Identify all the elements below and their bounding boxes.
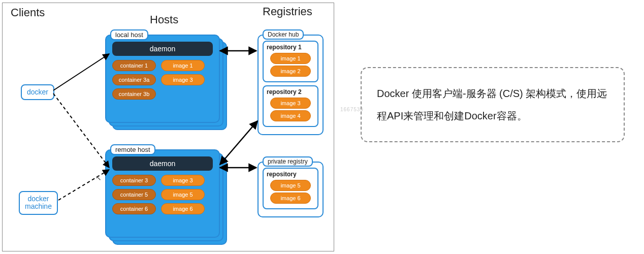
image-chip: image 6 <box>270 193 311 204</box>
local-host-label: local host <box>110 29 148 40</box>
svg-line-1 <box>53 93 109 168</box>
local-daemon: daemon <box>112 42 213 56</box>
client-docker: docker <box>21 84 54 100</box>
remote-host-label: remote host <box>110 144 155 155</box>
repo-title: repository 2 <box>267 88 314 96</box>
container-chip: container 1 <box>112 60 156 71</box>
container-chip: container 3 <box>112 175 156 186</box>
image-chip: image 2 <box>270 66 311 77</box>
description-note: Docker 使用客户端-服务器 (C/S) 架构模式，使用远程API来管理和创… <box>361 67 625 142</box>
image-chip: image 1 <box>270 53 311 64</box>
repo-title: repository 1 <box>267 44 314 51</box>
image-chip: image 6 <box>161 203 205 214</box>
docker-hub: Docker hub repository 1 image 1 image 2 … <box>257 35 324 135</box>
cursor-icon: ↖ <box>95 174 102 182</box>
repository: repository 1 image 1 image 2 <box>263 41 318 82</box>
container-chip: container 6 <box>112 203 156 214</box>
repository: repository image 5 image 6 <box>263 168 318 209</box>
header-registries: Registries <box>263 5 312 18</box>
svg-line-2 <box>58 170 109 200</box>
image-chip: image 5 <box>270 180 311 191</box>
repo-title: repository <box>267 171 314 178</box>
remote-daemon: daemon <box>112 156 213 171</box>
container-chip: container 3a <box>112 74 156 85</box>
docker-hub-label: Docker hub <box>263 29 304 40</box>
header-hosts: Hosts <box>150 13 178 26</box>
local-host: local host daemon container 1 image 1 co… <box>105 35 227 130</box>
image-chip: image 4 <box>270 110 311 121</box>
remote-host: remote host daemon container 3 image 3 c… <box>105 149 227 245</box>
architecture-diagram: Clients Hosts Registries docker docker m… <box>2 3 334 251</box>
header-clients: Clients <box>11 6 45 19</box>
image-chip: image 3 <box>161 74 205 85</box>
svg-line-0 <box>53 54 109 90</box>
container-chip: container 5 <box>112 189 156 200</box>
client-docker-machine: docker machine <box>19 191 58 215</box>
image-chip: image 5 <box>161 189 205 200</box>
image-chip: image 3 <box>270 98 311 109</box>
private-registry-label: private registry <box>263 156 313 167</box>
private-registry: private registry repository image 5 imag… <box>257 162 324 217</box>
repository: repository 2 image 3 image 4 <box>263 85 318 127</box>
image-chip: image 1 <box>161 60 205 71</box>
container-chip: container 3b <box>112 88 156 100</box>
image-chip: image 3 <box>161 175 205 186</box>
